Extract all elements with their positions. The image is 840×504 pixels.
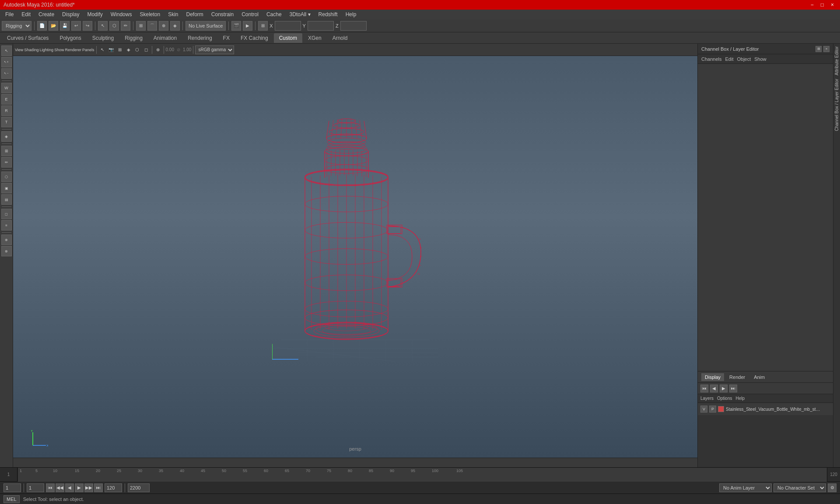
snap-grid-button[interactable]: ⊞ <box>136 21 146 31</box>
menu-windows[interactable]: Windows <box>107 10 136 18</box>
layer-nav-next[interactable]: ▶ <box>720 385 728 392</box>
vt-grid-btn[interactable]: ⊞ <box>116 45 124 55</box>
range-start-field[interactable] <box>27 483 44 492</box>
tab-rigging[interactable]: Rigging <box>119 33 148 43</box>
undo-button[interactable]: ↩ <box>71 21 81 31</box>
range-end-field[interactable] <box>105 483 122 492</box>
tab-polygons[interactable]: Polygons <box>54 33 86 43</box>
vt-lighting-menu[interactable]: Lighting <box>39 45 53 55</box>
current-frame-field[interactable] <box>4 483 21 492</box>
tab-sculpting[interactable]: Sculpting <box>87 33 119 43</box>
snap-view-button[interactable]: ◈ <box>170 21 180 31</box>
vt-view-menu[interactable]: View <box>15 45 23 55</box>
y-field[interactable] <box>308 21 334 31</box>
redo-button[interactable]: ↪ <box>83 21 92 31</box>
char-set-select[interactable]: No Character Set <box>774 483 826 492</box>
menu-control[interactable]: Control <box>238 10 262 18</box>
vt-panels-menu[interactable]: Panels <box>82 45 94 55</box>
show-hide[interactable]: ▣ <box>1 183 12 193</box>
menu-deform[interactable]: Deform <box>183 10 207 18</box>
history[interactable]: ⊗ <box>1 246 12 256</box>
select-tool2[interactable]: ↖+ <box>1 57 12 67</box>
cb-close-button[interactable]: × <box>823 46 830 52</box>
display-layer[interactable]: ▤ <box>1 194 12 205</box>
tab-xgen[interactable]: XGen <box>303 33 327 43</box>
minimize-button[interactable]: − <box>808 2 816 8</box>
soft-select[interactable]: ◈ <box>1 131 12 142</box>
grid-button[interactable]: ⊞ <box>258 21 268 31</box>
layer-nav-last[interactable]: ⏭ <box>729 385 737 392</box>
vt-renderer-menu[interactable]: Renderer <box>65 45 81 55</box>
tab-rendering[interactable]: Rendering <box>182 33 217 43</box>
move-tool[interactable]: W <box>1 83 12 93</box>
scale-tool[interactable]: R <box>1 105 12 116</box>
cb-tab-show[interactable]: Show <box>754 56 766 62</box>
pb-next-button[interactable]: ▶▶ <box>84 483 93 492</box>
cb-tab-edit[interactable]: Edit <box>725 56 733 62</box>
vt-select-btn[interactable]: ↖ <box>98 45 106 55</box>
layers-subtab-layers[interactable]: Layers <box>700 396 714 401</box>
poly-count[interactable]: ≡ <box>1 220 12 231</box>
menu-modify[interactable]: Modify <box>84 10 106 18</box>
camera-tools[interactable]: ⬡ <box>1 172 12 182</box>
menu-cache[interactable]: Cache <box>263 10 285 18</box>
cb-tab-object[interactable]: Object <box>737 56 751 62</box>
pb-settings-button[interactable]: ⚙ <box>828 483 836 492</box>
select-button[interactable]: ↖ <box>98 21 108 31</box>
pb-skip-back-button[interactable]: ⏮ <box>46 483 55 492</box>
statusbar-mode[interactable]: MEL <box>4 495 20 503</box>
snap-point-button[interactable]: ⊕ <box>159 21 168 31</box>
layers-subtab-options[interactable]: Options <box>717 396 732 401</box>
maximize-button[interactable]: □ <box>818 2 826 8</box>
menu-help[interactable]: Help <box>342 10 360 18</box>
close-button[interactable]: × <box>828 2 836 8</box>
tab-fx-caching[interactable]: FX Caching <box>235 33 273 43</box>
cluster[interactable]: ⊞ <box>1 146 12 156</box>
gamma-select[interactable]: sRGB gamma <box>195 46 234 54</box>
paint-button[interactable]: ✏ <box>121 21 130 31</box>
layers-tab-anim[interactable]: Anim <box>750 373 768 381</box>
layers-tab-display[interactable]: Display <box>701 373 724 381</box>
pb-play-button[interactable]: ▶ <box>75 483 84 492</box>
rotate-tool[interactable]: E <box>1 94 12 105</box>
menu-file[interactable]: File <box>2 10 17 18</box>
layer-nav-first[interactable]: ⏮ <box>700 385 708 392</box>
vt-shaded-btn[interactable]: ◈ <box>125 45 133 55</box>
layer-color-swatch[interactable] <box>718 406 724 412</box>
cb-tab-channels[interactable]: Channels <box>701 56 721 62</box>
cb-float-button[interactable]: ⊞ <box>816 46 822 52</box>
open-button[interactable]: 📂 <box>49 21 58 31</box>
scene-layout[interactable]: ⊕ <box>1 234 12 245</box>
tab-arnold[interactable]: Arnold <box>327 33 353 43</box>
pb-prev-button[interactable]: ◀ <box>65 483 74 492</box>
vt-snap-btn[interactable]: ⊕ <box>154 45 162 55</box>
tab-custom[interactable]: Custom <box>274 33 302 43</box>
new-scene-button[interactable]: 📄 <box>37 21 47 31</box>
menu-constrain[interactable]: Constrain <box>208 10 237 18</box>
render-button[interactable]: ▶ <box>243 21 252 31</box>
layer-visibility-btn[interactable]: V <box>700 406 707 413</box>
z-field[interactable] <box>340 21 367 31</box>
select-tool[interactable]: ↖ <box>1 46 12 56</box>
anim-layer-select[interactable]: No Anim Layer <box>719 483 772 492</box>
vt-camera-btn[interactable]: 📷 <box>107 45 115 55</box>
lasso-button[interactable]: ⬡ <box>109 21 119 31</box>
save-button[interactable]: 💾 <box>60 21 70 31</box>
snap-curve-button[interactable]: ⌒ <box>147 21 157 31</box>
tab-animation[interactable]: Animation <box>148 33 182 43</box>
x-field[interactable] <box>275 21 301 31</box>
layer-nav-prev[interactable]: ◀ <box>710 385 718 392</box>
menu-skeleton[interactable]: Skeleton <box>136 10 164 18</box>
vt-shading-menu[interactable]: Shading <box>24 45 38 55</box>
menu-skin[interactable]: Skin <box>164 10 182 18</box>
layers-tab-render[interactable]: Render <box>726 373 749 381</box>
mode-select[interactable]: Rigging <box>2 21 32 31</box>
layers-subtab-help[interactable]: Help <box>735 396 745 401</box>
paint-skin[interactable]: ✏ <box>1 157 12 168</box>
vert-tab-attr-editor[interactable]: Attribute Editor <box>833 45 840 77</box>
layer-playback-btn[interactable]: P <box>709 406 716 413</box>
lasso-tool[interactable]: ↖~ <box>1 68 12 79</box>
timeline-ruler[interactable]: 1 5 10 15 20 25 30 35 40 45 50 55 60 65 … <box>18 468 827 482</box>
3d-viewport[interactable]: persp X Y <box>13 56 697 458</box>
tab-curves-surfaces[interactable]: Curves / Surfaces <box>2 33 54 43</box>
